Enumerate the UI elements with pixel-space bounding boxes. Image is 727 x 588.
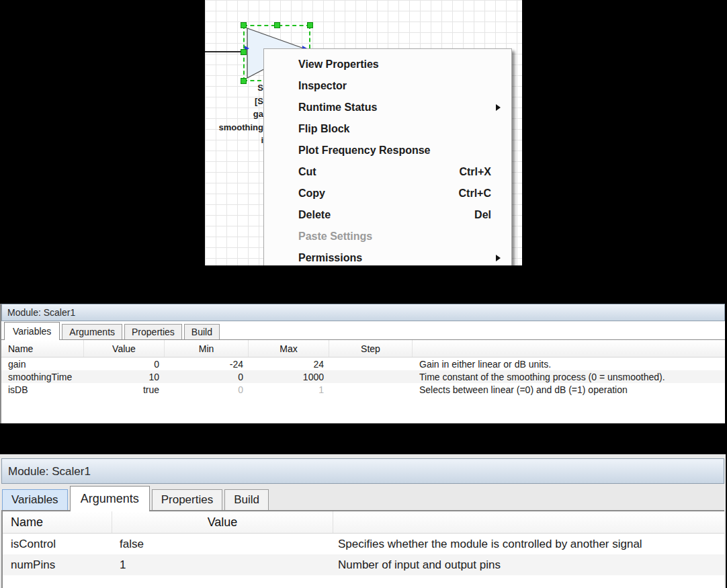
panel-title: Module: Scaler1: [1, 304, 725, 321]
menu-item-view-properties[interactable]: View Properties: [264, 54, 511, 75]
design-canvas[interactable]: S [S ga smoothing i View Properties Insp…: [205, 0, 522, 265]
selection-handle-top-right[interactable]: [307, 22, 313, 28]
tab-arguments[interactable]: Arguments: [70, 486, 150, 511]
column-header-name: Name: [3, 511, 112, 533]
submenu-arrow-icon: [496, 104, 501, 111]
menu-item-label: Inspector: [298, 80, 347, 91]
selection-handle-top-mid[interactable]: [274, 22, 280, 28]
variable-name: isDB: [1, 384, 84, 395]
table-header: Name Value Min Max Step: [1, 340, 725, 358]
variable-description: Gain in either linear or dB units.: [413, 359, 725, 370]
menu-item-label: Runtime Status: [298, 101, 377, 113]
argument-description: Specifies whether the module is controll…: [333, 538, 724, 551]
column-header-description: [333, 511, 724, 533]
menu-item-label: Cut: [298, 166, 316, 177]
block-caption-line: [S: [217, 95, 263, 108]
table-row[interactable]: isDB true 0 1 Selects between linear (=0…: [1, 383, 725, 396]
variable-description: Time constant of the smoothing process (…: [413, 372, 725, 382]
menu-item-label: Permissions: [298, 252, 362, 263]
table-row[interactable]: isControl false Specifies whether the mo…: [3, 534, 724, 554]
column-header-value: Value: [84, 340, 165, 357]
block-caption-line: ga: [217, 108, 263, 121]
variable-min[interactable]: -24: [165, 359, 249, 370]
tab-properties[interactable]: Properties: [152, 489, 222, 510]
block-caption-line: smoothing: [217, 121, 263, 134]
menu-item-paste-settings: Paste Settings: [264, 226, 511, 247]
tab-variables[interactable]: Variables: [2, 489, 68, 510]
table-row[interactable]: numPins 1 Number of input and output pin…: [3, 554, 724, 575]
variable-value[interactable]: 10: [84, 372, 165, 382]
variable-name: gain: [1, 359, 84, 370]
tab-arguments[interactable]: Arguments: [62, 324, 122, 339]
menu-item-shortcut: Del: [474, 204, 491, 226]
menu-item-inspector[interactable]: Inspector: [264, 75, 511, 97]
variable-min[interactable]: 0: [165, 372, 249, 382]
arguments-table: Name Value isControl false Specifies whe…: [1, 511, 724, 588]
menu-item-runtime-status[interactable]: Runtime Status: [264, 97, 511, 118]
argument-value[interactable]: 1: [112, 558, 333, 572]
tab-variables[interactable]: Variables: [4, 322, 60, 340]
column-header-name: Name: [1, 340, 84, 357]
variable-max[interactable]: 24: [249, 359, 329, 370]
module-arguments-panel: Module: Scaler1 Variables Arguments Prop…: [0, 454, 726, 588]
menu-item-flip-block[interactable]: Flip Block: [264, 118, 511, 140]
column-header-step: Step: [329, 340, 413, 357]
menu-item-shortcut: Ctrl+C: [459, 183, 491, 204]
variable-value[interactable]: true: [84, 384, 165, 395]
block-caption-line: S: [217, 81, 263, 95]
menu-item-permissions[interactable]: Permissions: [264, 247, 511, 265]
variable-max[interactable]: 1000: [249, 372, 329, 382]
menu-item-copy[interactable]: Copy Ctrl+C: [264, 183, 511, 204]
variable-max: 1: [249, 384, 329, 395]
menu-item-cut[interactable]: Cut Ctrl+X: [264, 161, 511, 183]
table-header: Name Value: [3, 511, 724, 534]
selection-handle-mid-left[interactable]: [241, 49, 247, 55]
menu-item-plot-frequency-response[interactable]: Plot Frequency Response: [264, 140, 511, 161]
tab-build[interactable]: Build: [184, 324, 220, 339]
block-caption-line: i: [217, 134, 263, 147]
arguments-panel-tabstrip: Variables Arguments Properties Build: [1, 484, 724, 511]
column-header-description: [413, 340, 725, 357]
variable-value[interactable]: 0: [84, 359, 165, 370]
block-caption: S [S ga smoothing i: [217, 81, 263, 147]
panel-title: Module: Scaler1: [1, 458, 724, 484]
column-header-max: Max: [249, 340, 329, 357]
menu-item-delete[interactable]: Delete Del: [264, 204, 511, 226]
argument-description: Number of input and output pins: [333, 558, 724, 572]
variable-name: smoothingTime: [1, 372, 84, 382]
menu-item-label: Delete: [298, 209, 331, 220]
column-header-value: Value: [112, 511, 333, 533]
menu-item-shortcut: Ctrl+X: [459, 161, 491, 183]
context-menu: View Properties Inspector Runtime Status…: [263, 48, 512, 265]
table-row[interactable]: gain 0 -24 24 Gain in either linear or d…: [1, 358, 725, 370]
tab-properties[interactable]: Properties: [124, 324, 182, 339]
selection-handle-top-left[interactable]: [241, 22, 247, 28]
variable-min: 0: [165, 384, 249, 395]
variable-description: Selects between linear (=0) and dB (=1) …: [413, 384, 725, 395]
menu-item-label: Plot Frequency Response: [298, 144, 431, 156]
tab-build[interactable]: Build: [224, 489, 269, 510]
column-header-min: Min: [165, 340, 249, 357]
menu-item-label: Copy: [298, 187, 325, 199]
menu-item-label: Paste Settings: [298, 230, 372, 242]
argument-name: numPins: [3, 558, 112, 572]
menu-item-label: Flip Block: [298, 123, 349, 134]
module-variables-panel: Module: Scaler1 Variables Arguments Prop…: [0, 304, 725, 423]
variables-panel-tabstrip: Variables Arguments Properties Build: [1, 321, 725, 340]
submenu-arrow-icon: [496, 255, 501, 261]
menu-item-label: View Properties: [298, 58, 379, 70]
argument-name: isControl: [3, 538, 112, 551]
table-row[interactable]: smoothingTime 10 0 1000 Time constant of…: [1, 370, 725, 383]
argument-value[interactable]: false: [112, 538, 333, 551]
